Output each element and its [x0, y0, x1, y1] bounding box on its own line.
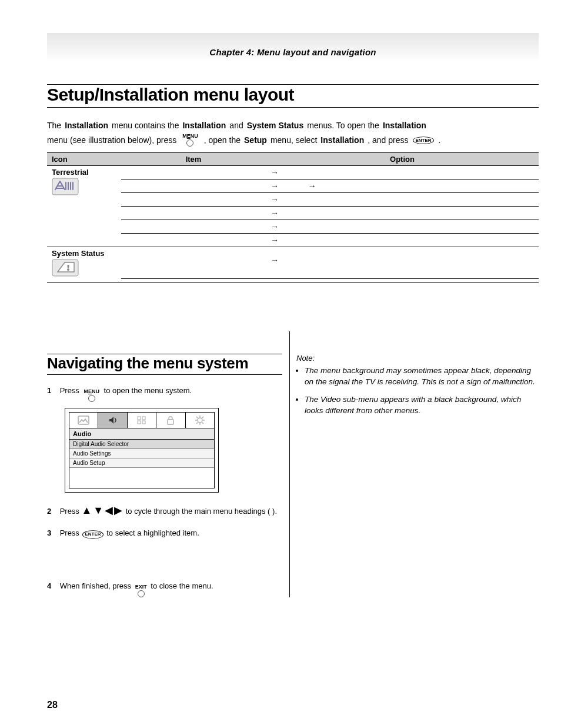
arrow-icon: → — [271, 235, 279, 245]
menu-button-icon: MENU — [84, 389, 99, 402]
tab-audio-icon — [98, 413, 127, 428]
menu-button-icon: MENU — [182, 134, 198, 147]
svg-rect-9 — [168, 420, 173, 424]
heading-navigating: Navigating the menu system — [47, 354, 282, 375]
kw-setup: Setup — [244, 135, 267, 145]
svg-line-16 — [202, 422, 203, 423]
arrow-icon: → — [271, 208, 279, 218]
menu-item: Audio Settings — [69, 449, 214, 458]
notes-heading: Note: — [296, 354, 539, 363]
th-item: Item — [121, 153, 266, 166]
kw-installation: Installation — [65, 121, 108, 130]
menu-item: Audio Setup — [69, 458, 214, 468]
cell-terrestrial-icon: Terrestrial — [47, 166, 121, 247]
tab-setup-icon — [186, 413, 214, 428]
arrow-icon: → — [271, 255, 279, 265]
installation-table: Icon Item Option Terrestrial → — [47, 152, 539, 283]
dpad-icon: ▲▼◀▶ — [81, 503, 123, 517]
enter-button-icon: ENTER — [82, 530, 103, 538]
th-option: Option — [266, 153, 539, 166]
step-4: 4 When finished, press EXIT to close the… — [47, 581, 282, 597]
step-2: 2 Press ▲▼◀▶ to cycle through the main m… — [47, 503, 282, 517]
svg-rect-7 — [138, 421, 141, 424]
tab-apps-icon — [128, 413, 156, 428]
menu-section-title: Audio — [69, 428, 214, 440]
arrow-icon: → — [308, 181, 316, 191]
arrow-icon: → — [271, 195, 279, 204]
svg-line-18 — [202, 417, 203, 418]
note-item: The Video sub-menu appears with a black … — [305, 394, 539, 417]
tab-lock-icon — [156, 413, 185, 428]
th-icon: Icon — [47, 153, 121, 166]
step-3: 3 Press ENTER to select a highlighted it… — [47, 528, 282, 540]
menu-tabbar — [69, 413, 214, 428]
svg-line-17 — [196, 422, 198, 423]
arrow-icon: → — [271, 168, 279, 177]
page-number: 28 — [47, 700, 58, 710]
svg-rect-5 — [138, 417, 141, 420]
antenna-icon — [52, 178, 116, 195]
svg-rect-8 — [142, 421, 145, 424]
notes-list: The menu background may sometimes appear… — [296, 365, 539, 417]
tab-picture-icon — [69, 413, 98, 428]
info-icon — [52, 259, 116, 277]
menu-mockup: Audio Digital Audio Selector Audio Setti… — [65, 408, 219, 493]
chapter-banner: Chapter 4: Menu layout and navigation — [47, 33, 539, 62]
heading-setup-installation: Setup/Installation menu layout — [47, 84, 539, 108]
step-1: 1 Press MENU to open the menu system. — [47, 385, 282, 402]
svg-rect-4 — [78, 416, 89, 424]
svg-rect-6 — [142, 417, 145, 420]
svg-point-10 — [198, 418, 202, 423]
arrow-icon: → — [271, 181, 279, 191]
svg-line-15 — [196, 417, 198, 418]
cell-systemstatus-icon: System Status — [47, 247, 121, 279]
note-item: The menu background may sometimes appear… — [305, 365, 539, 388]
intro-text: The Installation menu contains the Insta… — [47, 121, 539, 147]
svg-point-2 — [67, 268, 69, 271]
enter-button-icon: ENTER — [413, 137, 433, 144]
svg-rect-3 — [68, 265, 69, 268]
arrow-icon: → — [271, 222, 279, 231]
column-divider — [289, 331, 290, 597]
exit-button-icon: EXIT — [135, 584, 147, 597]
menu-item: Digital Audio Selector — [69, 440, 214, 449]
